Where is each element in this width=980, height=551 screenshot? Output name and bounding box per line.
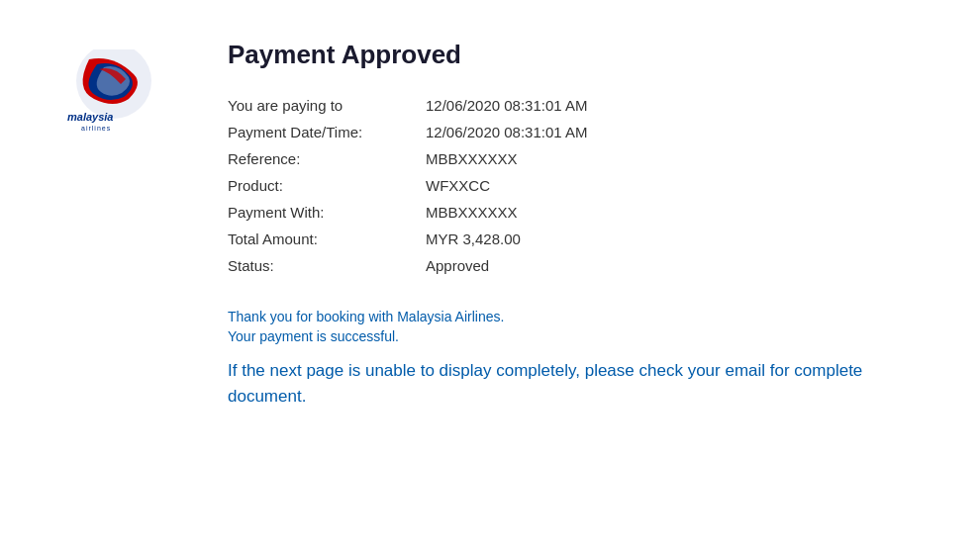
success-message: Your payment is successful. xyxy=(228,328,921,344)
row-value: MBBXXXXXX xyxy=(426,199,921,226)
row-value: Approved xyxy=(426,252,921,279)
row-label: Payment With: xyxy=(228,199,426,226)
content-area: Payment Approved You are paying to12/06/… xyxy=(198,40,921,409)
row-value: MBBXXXXXX xyxy=(426,145,921,172)
notice-message: If the next page is unable to display co… xyxy=(228,358,921,409)
table-row: Status:Approved xyxy=(228,252,921,279)
thank-you-message: Thank you for booking with Malaysia Airl… xyxy=(228,309,921,324)
table-row: Product:WFXXCC xyxy=(228,172,921,199)
row-label: Total Amount: xyxy=(228,226,426,252)
payment-info-table: You are paying to12/06/2020 08:31:01 AMP… xyxy=(228,92,921,279)
table-row: Total Amount:MYR 3,428.00 xyxy=(228,226,921,252)
svg-text:malaysia: malaysia xyxy=(67,111,113,123)
svg-text:airlines: airlines xyxy=(81,125,111,132)
table-row: Payment Date/Time:12/06/2020 08:31:01 AM xyxy=(228,119,921,145)
row-value: 12/06/2020 08:31:01 AM xyxy=(426,119,921,145)
table-row: You are paying to12/06/2020 08:31:01 AM xyxy=(228,92,921,119)
row-value: MYR 3,428.00 xyxy=(426,226,921,252)
row-label: Reference: xyxy=(228,145,426,172)
row-value: WFXXCC xyxy=(426,172,921,199)
row-label: You are paying to xyxy=(228,92,426,119)
table-row: Reference:MBBXXXXXX xyxy=(228,145,921,172)
table-row: Payment With:MBBXXXXXX xyxy=(228,199,921,226)
row-label: Status: xyxy=(228,252,426,279)
page-title: Payment Approved xyxy=(228,40,921,70)
row-value: 12/06/2020 08:31:01 AM xyxy=(426,92,921,119)
row-label: Payment Date/Time: xyxy=(228,119,426,145)
logo-area: malaysia airlines xyxy=(59,40,198,137)
malaysia-airlines-logo: malaysia airlines xyxy=(59,49,168,134)
row-label: Product: xyxy=(228,172,426,199)
